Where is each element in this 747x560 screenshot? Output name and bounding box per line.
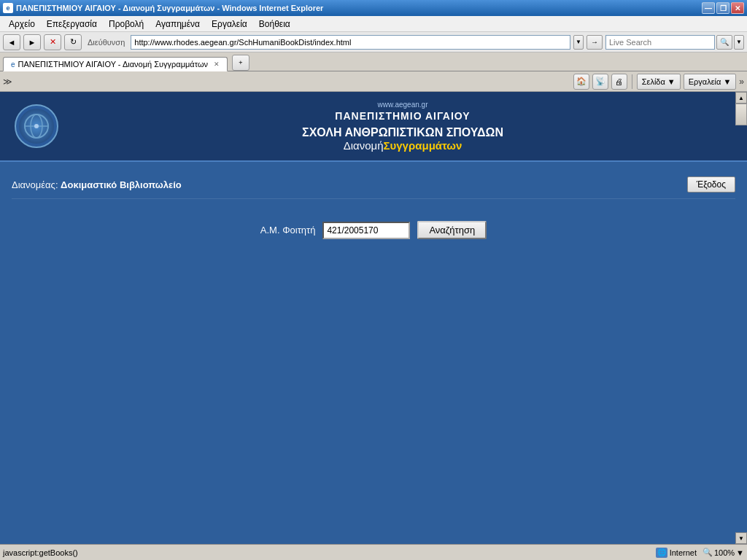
tools-toolbar-btn[interactable]: Εργαλεία ▼ xyxy=(684,74,737,90)
menu-favorites[interactable]: Αγαπημένα xyxy=(150,18,206,31)
title-bar-left: e ΠΑΝΕΠΙΣΤΗΜΙΟΥ ΑΙΓΑΙΟΥ - Διανομή Συγγρα… xyxy=(3,3,323,13)
title-bar: e ΠΑΝΕΠΙΣΤΗΜΙΟΥ ΑΙΓΑΙΟΥ - Διανομή Συγγρα… xyxy=(0,0,747,16)
tools-dropdown-icon: ▼ xyxy=(723,77,731,86)
stop-button[interactable]: ✕ xyxy=(44,34,61,50)
toolbar-sep xyxy=(632,74,632,89)
address-bar: ◄ ► ✕ ↻ Διεύθυνση ▼ → 🔍 ▼ xyxy=(0,32,747,52)
zoom-dropdown-icon[interactable]: ▼ xyxy=(736,548,744,557)
window-title: ΠΑΝΕΠΙΣΤΗΜΙΟΥ ΑΙΓΑΙΟΥ - Διανομή Συγγραμμ… xyxy=(16,4,323,12)
feeds-button[interactable]: 📡 xyxy=(592,74,608,90)
browser-window: e ΠΑΝΕΠΙΣΤΗΜΙΟΥ ΑΙΓΑΙΟΥ - Διανομή Συγγρα… xyxy=(0,0,747,560)
website-url: www.aegean.gr xyxy=(73,101,732,109)
search-input[interactable] xyxy=(605,35,715,50)
distributor-label: Διανομέας: xyxy=(12,179,61,190)
page-dropdown-icon: ▼ xyxy=(667,77,676,86)
tab-main[interactable]: e ΠΑΝΕΠΙΣΤΗΜΙΟΥ ΑΙΓΑΙΟΥ - Διανομή Συγγρα… xyxy=(3,57,228,71)
tab-close-icon[interactable]: ✕ xyxy=(214,61,220,68)
status-bar: javascript:getBooks() 🌐 Internet 🔍 100% … xyxy=(0,544,747,560)
page-label: Σελίδα xyxy=(642,77,665,86)
page-toolbar-btn[interactable]: Σελίδα ▼ xyxy=(637,74,681,90)
page-content: Διανομέας: Δοκιμαστικό Βιβλιοπωλείο Έξοδ… xyxy=(0,162,747,248)
menu-help[interactable]: Βοήθεια xyxy=(253,18,296,31)
tools-label: Εργαλεία xyxy=(689,77,721,86)
status-right: 🌐 Internet 🔍 100% ▼ xyxy=(656,548,744,558)
menu-edit[interactable]: Επεξεργασία xyxy=(41,18,103,31)
close-button[interactable]: ✕ xyxy=(731,2,744,14)
exit-button[interactable]: Έξοδος xyxy=(687,176,735,192)
zoom-level: 100% xyxy=(714,548,735,557)
scroll-up-button[interactable]: ▲ xyxy=(735,92,747,104)
menu-file[interactable]: Αρχείο xyxy=(3,18,41,31)
address-input[interactable] xyxy=(131,35,570,50)
forward-button[interactable]: ► xyxy=(23,34,41,50)
distributor-bar: Διανομέας: Δοκιμαστικό Βιβλιοπωλείο Έξοδ… xyxy=(12,171,735,199)
scroll-thumb[interactable] xyxy=(735,104,747,125)
minimize-button[interactable]: — xyxy=(702,2,715,14)
address-label: Διεύθυνση xyxy=(85,38,128,47)
content-area: ▲ ▼ www.aegean.gr ΠΑΝΕΠΙΣΤΗΜΙΟ ΑΙΓΑΙΟΥ Σ… xyxy=(0,92,747,560)
search-button-addr[interactable]: 🔍 xyxy=(716,35,732,50)
distribution-word2: Συγγραμμάτων xyxy=(384,139,462,152)
status-text: javascript:getBooks() xyxy=(3,548,78,557)
distributor-info: Διανομέας: Δοκιμαστικό Βιβλιοπωλείο xyxy=(12,179,182,190)
new-tab-button[interactable]: + xyxy=(232,55,249,71)
university-name: ΠΑΝΕΠΙΣΤΗΜΙΟ ΑΙΓΑΙΟΥ xyxy=(73,110,732,122)
address-dropdown[interactable]: ▼ xyxy=(573,35,584,50)
student-id-label: Α.Μ. Φοιτητή xyxy=(260,225,316,236)
search-dropdown[interactable]: ▼ xyxy=(734,35,744,50)
search-form: Α.Μ. Φοιτητή Αναζήτηση xyxy=(12,221,735,239)
internet-icon: 🌐 xyxy=(656,548,667,558)
refresh-button[interactable]: ↻ xyxy=(64,34,82,50)
distribution-word1: Διανομή xyxy=(344,139,384,152)
distribution-label: ΔιανομήΣυγγραμμάτων xyxy=(73,139,732,152)
menu-tools[interactable]: Εργαλεία xyxy=(206,18,253,31)
status-zone: 🌐 Internet xyxy=(656,548,697,558)
university-logo xyxy=(15,104,58,148)
tabs-bar: e ΠΑΝΕΠΙΣΤΗΜΙΟΥ ΑΙΓΑΙΟΥ - Διανομή Συγγρα… xyxy=(0,52,747,71)
zoom-area: 🔍 100% ▼ xyxy=(703,548,744,557)
zone-label: Internet xyxy=(670,548,697,557)
print-button[interactable]: 🖨 xyxy=(611,74,627,90)
toolbar-more-left: ≫ xyxy=(3,77,12,87)
browser-icon: e xyxy=(3,3,13,13)
logo-icon xyxy=(19,109,54,144)
menu-view[interactable]: Προβολή xyxy=(103,18,150,31)
distributor-name: Δοκιμαστικό Βιβλιοπωλείο xyxy=(61,179,182,190)
home-button[interactable]: 🏠 xyxy=(573,74,589,90)
status-left: javascript:getBooks() xyxy=(3,548,78,557)
school-name: ΣΧΟΛΗ ΑΝΘΡΩΠΙΣΤΙΚΩΝ ΣΠΟΥΔΩΝ xyxy=(73,126,732,139)
student-id-input[interactable] xyxy=(322,222,410,239)
search-area: 🔍 ▼ xyxy=(605,35,744,50)
tab-label: ΠΑΝΕΠΙΣΤΗΜΙΟΥ ΑΙΓΑΙΟΥ - Διανομή Συγγραμμ… xyxy=(18,60,208,69)
back-button[interactable]: ◄ xyxy=(3,34,20,50)
restore-button[interactable]: ❐ xyxy=(716,2,729,14)
toolbar-area: ≫ 🏠 📡 🖨 Σελίδα ▼ Εργαλεία ▼ » xyxy=(0,71,747,92)
site-header: www.aegean.gr ΠΑΝΕΠΙΣΤΗΜΙΟ ΑΙΓΑΙΟΥ ΣΧΟΛΗ… xyxy=(0,92,747,162)
svg-point-3 xyxy=(34,124,39,128)
toolbar-more-right[interactable]: » xyxy=(739,77,744,87)
menu-bar: Αρχείο Επεξεργασία Προβολή Αγαπημένα Εργ… xyxy=(0,16,747,32)
go-button[interactable]: → xyxy=(587,35,603,50)
search-submit-button[interactable]: Αναζήτηση xyxy=(417,221,487,239)
globe-icon: 🌐 xyxy=(657,548,666,556)
site-title-area: www.aegean.gr ΠΑΝΕΠΙΣΤΗΜΙΟ ΑΙΓΑΙΟΥ ΣΧΟΛΗ… xyxy=(73,101,732,152)
zoom-icon: 🔍 xyxy=(703,548,713,557)
scroll-down-button[interactable]: ▼ xyxy=(735,532,747,544)
title-bar-buttons: — ❐ ✕ xyxy=(702,2,744,14)
